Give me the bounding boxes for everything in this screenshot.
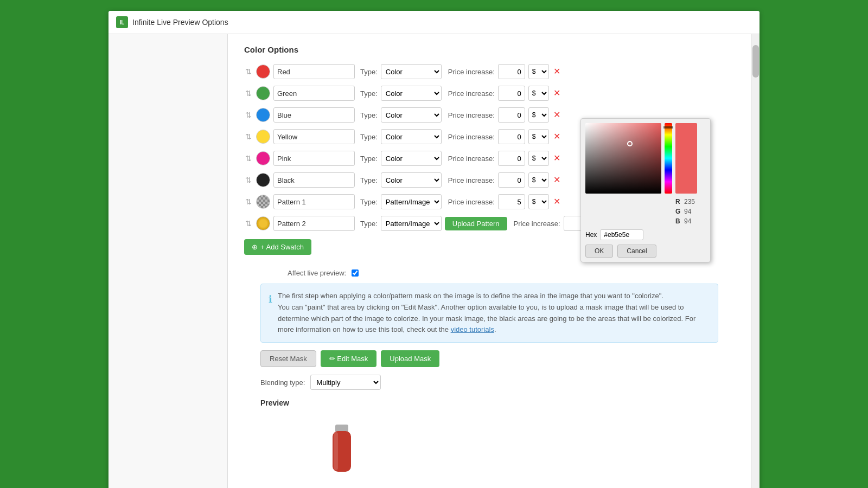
drag-handle[interactable]: ⇅ bbox=[244, 111, 253, 119]
color-name-input-pattern2[interactable] bbox=[273, 216, 355, 231]
type-label: Type: bbox=[360, 176, 378, 184]
currency-select-pink[interactable]: $ bbox=[528, 151, 549, 166]
drag-handle[interactable]: ⇅ bbox=[244, 89, 253, 98]
color-swatch-yellow[interactable] bbox=[256, 130, 270, 144]
price-input-pink[interactable] bbox=[498, 151, 525, 166]
color-name-input-black[interactable] bbox=[273, 172, 355, 188]
edit-mask-button[interactable]: ✏ Edit Mask bbox=[321, 350, 377, 367]
delete-yellow-button[interactable]: ✕ bbox=[552, 132, 561, 141]
preview-bottle-image bbox=[309, 413, 374, 478]
type-label: Type: bbox=[360, 111, 378, 119]
upload-mask-button[interactable]: Upload Mask bbox=[381, 350, 439, 367]
color-swatch-blue[interactable] bbox=[256, 108, 270, 122]
gradient-selector[interactable] bbox=[585, 123, 661, 194]
type-label: Type: bbox=[360, 68, 378, 76]
drag-handle[interactable]: ⇅ bbox=[244, 197, 253, 206]
upload-pattern-button[interactable]: Upload Pattern bbox=[445, 217, 507, 230]
reset-mask-button[interactable]: Reset Mask bbox=[260, 350, 316, 367]
price-label: Price increase: bbox=[448, 133, 495, 141]
g-label: G bbox=[675, 208, 682, 215]
delete-black-button[interactable]: ✕ bbox=[552, 176, 561, 184]
lower-section: Affect live preview: ℹ The first step wh… bbox=[244, 260, 735, 486]
type-label: Type: bbox=[360, 155, 378, 163]
color-preview bbox=[675, 123, 697, 194]
color-name-input-pink[interactable] bbox=[273, 151, 355, 166]
type-select-black[interactable]: ColorPattern/Image bbox=[381, 172, 442, 188]
type-select-pattern1[interactable]: ColorPattern/Image bbox=[381, 194, 442, 209]
type-select-yellow[interactable]: ColorPattern/Image bbox=[381, 129, 442, 144]
delete-pattern1-button[interactable]: ✕ bbox=[552, 197, 561, 206]
price-input-green[interactable] bbox=[498, 86, 525, 101]
type-select-red[interactable]: ColorPattern/Image bbox=[381, 64, 442, 79]
scrollbar[interactable] bbox=[751, 34, 760, 488]
add-swatch-button[interactable]: ⊕ + Add Swatch bbox=[244, 239, 311, 255]
add-swatch-label: + Add Swatch bbox=[260, 243, 304, 251]
drag-handle[interactable]: ⇅ bbox=[244, 176, 253, 184]
svg-rect-1 bbox=[335, 425, 348, 432]
type-select-green[interactable]: ColorPattern/Image bbox=[381, 86, 442, 101]
hex-label: Hex bbox=[585, 231, 597, 239]
info-box: ℹ The first step when applying a color/p… bbox=[260, 284, 718, 343]
rgb-values: R 235 G 94 B 94 bbox=[675, 198, 697, 226]
color-swatch-green[interactable] bbox=[256, 86, 270, 100]
price-input-blue[interactable] bbox=[498, 107, 525, 123]
b-value: 94 bbox=[684, 217, 691, 225]
type-select-blue[interactable]: ColorPattern/Image bbox=[381, 107, 442, 123]
price-label: Price increase: bbox=[448, 111, 495, 119]
blending-row: Blending type: Multiply Screen Overlay N… bbox=[244, 375, 735, 390]
content-area: Color Options ⇅ Type: ColorPattern/Image… bbox=[228, 34, 751, 488]
color-swatch-red[interactable] bbox=[256, 65, 270, 79]
sidebar bbox=[108, 34, 228, 488]
price-input-yellow[interactable] bbox=[498, 129, 525, 144]
delete-red-button[interactable]: ✕ bbox=[552, 67, 561, 76]
window-title: Infinite Live Preview Options bbox=[132, 18, 228, 27]
currency-select-black[interactable]: $ bbox=[528, 172, 549, 188]
currency-select-green[interactable]: $ bbox=[528, 86, 549, 101]
hex-input[interactable] bbox=[600, 229, 643, 240]
delete-pink-button[interactable]: ✕ bbox=[552, 154, 561, 163]
delete-green-button[interactable]: ✕ bbox=[552, 89, 561, 98]
color-name-input-blue[interactable] bbox=[273, 107, 355, 123]
drag-handle[interactable]: ⇅ bbox=[244, 219, 253, 228]
drag-handle[interactable]: ⇅ bbox=[244, 154, 253, 163]
price-input-black[interactable] bbox=[498, 172, 525, 188]
affect-label: Affect live preview: bbox=[288, 269, 346, 277]
video-tutorials-link[interactable]: video tutorials bbox=[451, 325, 494, 333]
price-label: Price increase: bbox=[448, 155, 495, 163]
color-name-input-red[interactable] bbox=[273, 64, 355, 79]
currency-select-red[interactable]: $ bbox=[528, 64, 549, 79]
type-label: Type: bbox=[360, 220, 378, 228]
info-icon: ℹ bbox=[269, 292, 272, 336]
ok-button[interactable]: OK bbox=[585, 245, 613, 258]
type-select-pattern2[interactable]: ColorPattern/Image bbox=[381, 216, 442, 231]
g-value: 94 bbox=[684, 208, 691, 215]
r-value: 235 bbox=[684, 198, 695, 206]
hue-slider[interactable] bbox=[665, 123, 672, 194]
currency-select-blue[interactable]: $ bbox=[528, 107, 549, 123]
price-label: Price increase: bbox=[448, 68, 495, 76]
color-swatch-pink[interactable] bbox=[256, 151, 270, 165]
affect-preview-checkbox[interactable] bbox=[352, 269, 359, 277]
color-picker-popup: R 235 G 94 B 94 bbox=[580, 118, 711, 262]
delete-blue-button[interactable]: ✕ bbox=[552, 111, 561, 119]
table-row: ⇅ Type: ColorPattern/Image Price increas… bbox=[244, 62, 735, 81]
currency-select-yellow[interactable]: $ bbox=[528, 129, 549, 144]
color-name-input-pattern1[interactable] bbox=[273, 194, 355, 209]
type-select-pink[interactable]: ColorPattern/Image bbox=[381, 151, 442, 166]
svg-rect-3 bbox=[334, 432, 338, 470]
scrollbar-thumb[interactable] bbox=[752, 45, 759, 78]
color-swatch-pattern2[interactable] bbox=[256, 216, 270, 230]
color-name-input-yellow[interactable] bbox=[273, 129, 355, 144]
drag-handle[interactable]: ⇅ bbox=[244, 67, 253, 76]
price-input-pattern1[interactable] bbox=[498, 194, 525, 209]
app-window: IL Infinite Live Preview Options Color O… bbox=[108, 11, 760, 488]
color-swatch-pattern1[interactable] bbox=[256, 195, 270, 209]
color-swatch-black[interactable] bbox=[256, 173, 270, 187]
r-label: R bbox=[675, 198, 682, 206]
color-name-input-green[interactable] bbox=[273, 86, 355, 101]
drag-handle[interactable]: ⇅ bbox=[244, 132, 253, 141]
blending-select[interactable]: Multiply Screen Overlay Normal bbox=[310, 375, 381, 390]
price-input-red[interactable] bbox=[498, 64, 525, 79]
currency-select-pattern1[interactable]: $ bbox=[528, 194, 549, 209]
cancel-button[interactable]: Cancel bbox=[617, 245, 656, 258]
